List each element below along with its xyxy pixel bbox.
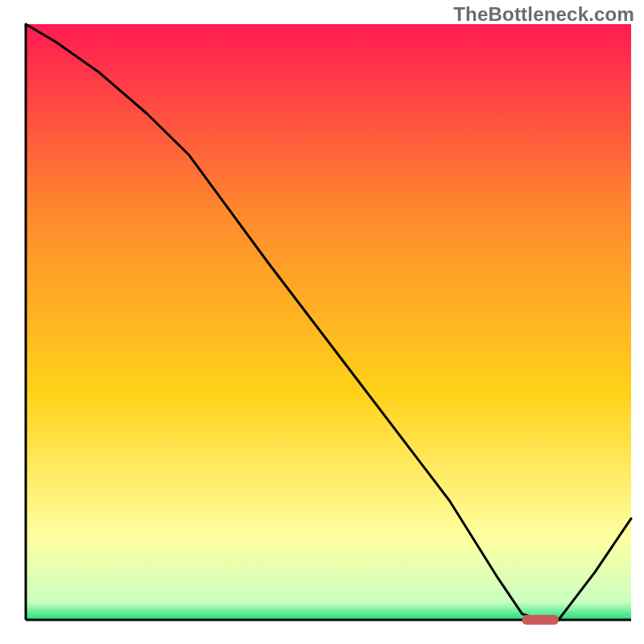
bottleneck-plot — [0, 0, 644, 644]
minimum-marker — [522, 615, 559, 625]
gradient-background — [26, 24, 631, 620]
watermark-text: TheBottleneck.com — [453, 3, 634, 26]
chart-frame: TheBottleneck.com — [0, 0, 644, 644]
